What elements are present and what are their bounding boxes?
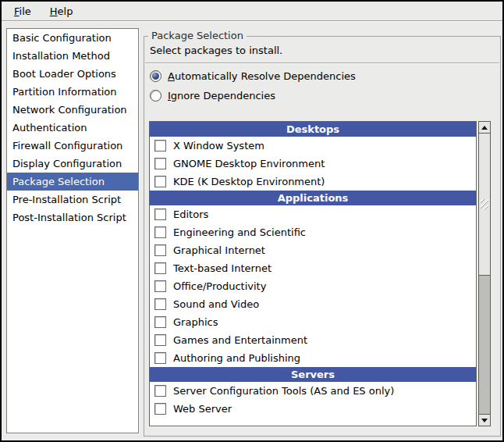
package-row-server-configuration-tools-as-and-es-only: Server Configuration Tools (AS and ES on… (150, 382, 476, 400)
menu-help[interactable]: Help (42, 4, 81, 19)
radio-ignore-deps[interactable] (150, 90, 161, 102)
package-row-sound-and-video: Sound and Video (150, 295, 476, 313)
sidebar-item-network-configuration[interactable]: Network Configuration (7, 101, 138, 119)
arrow-up-icon (481, 126, 488, 130)
radio-row-auto-resolve: Automatically Resolve Dependencies (150, 69, 356, 83)
group-title: Package Selection (148, 30, 247, 41)
sidebar-item-pre-installation-script[interactable]: Pre-Installation Script (7, 191, 138, 209)
package-row-x-window-system: X Window System (150, 137, 476, 155)
package-list-scrollbar[interactable] (478, 121, 491, 426)
package-row-gnome-desktop-environment: GNOME Desktop Environment (150, 155, 476, 173)
package-row-kde-k-desktop-environment: KDE (K Desktop Environment) (150, 173, 476, 191)
checkbox-kde-k-desktop-environment[interactable] (154, 176, 166, 187)
section-header-servers: Servers (150, 367, 476, 382)
package-label[interactable]: Editors (173, 209, 208, 220)
checkbox-server-configuration-tools-as-and-es-only[interactable] (154, 385, 166, 397)
description-text: Select packages to install. (150, 45, 282, 56)
checkbox-editors[interactable] (154, 209, 166, 220)
checkbox-x-window-system[interactable] (154, 140, 166, 151)
sidebar-item-package-selection[interactable]: Package Selection (7, 173, 138, 191)
package-row-editors: Editors (150, 205, 476, 223)
sidebar-item-post-installation-script[interactable]: Post-Installation Script (7, 209, 138, 226)
kickstart-configurator-window: File Help Basic ConfigurationInstallatio… (0, 0, 504, 442)
package-label[interactable]: GNOME Desktop Environment (173, 158, 325, 169)
sidebar-item-boot-loader-options[interactable]: Boot Loader Options (7, 65, 138, 83)
checkbox-gnome-desktop-environment[interactable] (154, 158, 166, 169)
menu-file[interactable]: File (6, 4, 39, 19)
checkbox-text-based-internet[interactable] (154, 262, 166, 274)
package-label[interactable]: Games and Entertainment (173, 334, 307, 346)
section-header-desktops: Desktops (150, 122, 476, 137)
menubar: File Help (2, 2, 502, 21)
checkbox-sound-and-video[interactable] (154, 298, 166, 310)
package-row-authoring-and-publishing: Authoring and Publishing (150, 349, 476, 367)
package-row-graphical-internet: Graphical Internet (150, 241, 476, 259)
package-label[interactable]: Graphics (173, 316, 218, 328)
checkbox-authoring-and-publishing[interactable] (154, 352, 166, 364)
sidebar-item-firewall-configuration[interactable]: Firewall Configuration (7, 137, 138, 155)
package-label[interactable]: Server Configuration Tools (AS and ES on… (173, 385, 394, 397)
package-label[interactable]: Text-based Internet (173, 262, 272, 274)
package-row-engineering-and-scientific: Engineering and Scientific (150, 223, 476, 241)
package-label[interactable]: Web Server (173, 403, 232, 415)
package-row-office-productivity: Office/Productivity (150, 277, 476, 295)
checkbox-engineering-and-scientific[interactable] (154, 226, 166, 238)
checkbox-web-server[interactable] (154, 403, 166, 415)
checkbox-games-and-entertainment[interactable] (154, 334, 166, 346)
package-row-games-and-entertainment: Games and Entertainment (150, 331, 476, 349)
package-row-graphics: Graphics (150, 313, 476, 331)
scroll-up-button[interactable] (479, 122, 490, 134)
package-selection-group: Package Selection Select packages to ins… (144, 36, 501, 437)
scrollbar-thumb[interactable] (479, 134, 490, 276)
package-row-text-based-internet: Text-based Internet (150, 259, 476, 277)
package-label[interactable]: KDE (K Desktop Environment) (173, 176, 325, 187)
package-label[interactable]: X Window System (173, 140, 264, 151)
package-label[interactable]: Authoring and Publishing (173, 352, 300, 364)
radio-row-ignore: Ignore Dependencies (150, 88, 275, 102)
sidebar-item-display-configuration[interactable]: Display Configuration (7, 155, 138, 173)
package-label[interactable]: Graphical Internet (173, 244, 265, 256)
radio-auto-resolve-label[interactable]: Automatically Resolve Dependencies (168, 70, 356, 82)
package-label[interactable]: Sound and Video (173, 298, 259, 310)
sidebar-item-partition-information[interactable]: Partition Information (7, 83, 138, 101)
package-label[interactable]: Office/Productivity (173, 280, 266, 292)
checkbox-graphical-internet[interactable] (154, 244, 166, 256)
checkbox-graphics[interactable] (154, 316, 166, 328)
package-row-web-server: Web Server (150, 400, 476, 418)
section-header-applications: Applications (150, 191, 476, 205)
sidebar-item-installation-method[interactable]: Installation Method (7, 47, 138, 65)
package-label[interactable]: Engineering and Scientific (173, 226, 306, 238)
separator-line (145, 62, 499, 63)
radio-auto-resolve[interactable] (150, 70, 161, 82)
radio-ignore-deps-label[interactable]: Ignore Dependencies (168, 90, 275, 102)
scroll-down-button[interactable] (479, 414, 490, 426)
sidebar-item-basic-configuration[interactable]: Basic Configuration (7, 29, 138, 47)
checkbox-office-productivity[interactable] (154, 280, 166, 292)
package-list: DesktopsX Window SystemGNOME Desktop Env… (149, 121, 477, 426)
sidebar-list: Basic ConfigurationInstallation MethodBo… (6, 28, 139, 433)
arrow-down-icon (481, 419, 488, 422)
sidebar-item-authentication[interactable]: Authentication (7, 119, 138, 137)
scrollbar-grip-icon (481, 199, 488, 210)
